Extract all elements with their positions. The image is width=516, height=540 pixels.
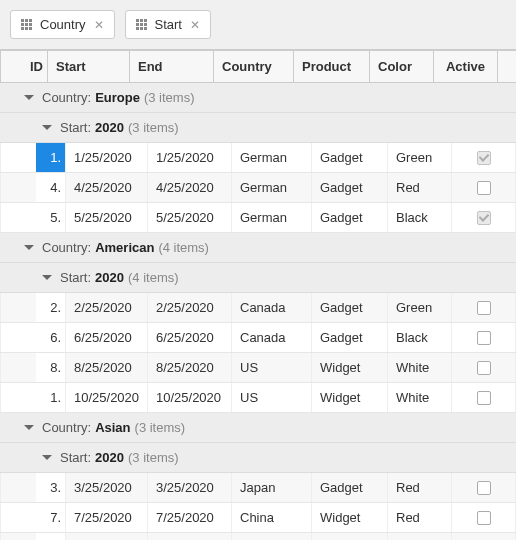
group-count: (3 items) [144,90,195,105]
table-row[interactable]: 9.9/25/20209/25/2020KoreaGadgetBlack [0,533,516,540]
cell-id: 1. [36,383,66,412]
header-country[interactable]: Country [214,51,294,82]
cell-country: German [232,143,312,172]
cell-product: Widget [312,383,388,412]
group-chip-start[interactable]: Start ✕ [125,10,211,39]
cell-active [452,203,516,232]
group-chip-label: Start [155,17,182,32]
chevron-down-icon[interactable] [42,125,52,130]
header-product[interactable]: Product [294,51,370,82]
chevron-down-icon[interactable] [24,425,34,430]
header-id[interactable]: ID [18,51,48,82]
table-row[interactable]: 6.6/25/20206/25/2020CanadaGadgetBlack [0,323,516,353]
header-row: ID Start End Country Product Color Activ… [0,50,516,83]
cell-start: 9/25/2020 [66,533,148,540]
grip-icon [136,19,147,30]
cell-country: Japan [232,473,312,502]
cell-color: Red [388,503,452,532]
group-label: Country: [42,90,91,105]
group-row-start[interactable]: Start:2020(3 items) [0,443,516,473]
chevron-down-icon[interactable] [42,275,52,280]
cell-color: Black [388,203,452,232]
cell-product: Gadget [312,143,388,172]
group-value: 2020 [95,450,124,465]
active-checkbox[interactable] [477,211,491,225]
data-grid: ID Start End Country Product Color Activ… [0,50,516,540]
row-indent [18,503,36,532]
cell-color: Green [388,293,452,322]
row-indent [18,143,36,172]
cell-country: Canada [232,293,312,322]
group-value: Europe [95,90,140,105]
row-indent [0,503,18,532]
active-checkbox[interactable] [477,391,491,405]
cell-country: German [232,173,312,202]
header-end[interactable]: End [130,51,214,82]
cell-country: German [232,203,312,232]
chevron-down-icon[interactable] [24,95,34,100]
cell-start: 8/25/2020 [66,353,148,382]
cell-start: 10/25/2020 [66,383,148,412]
cell-country: Canada [232,323,312,352]
cell-end: 8/25/2020 [148,353,232,382]
group-label: Start: [60,270,91,285]
table-row[interactable]: 1.10/25/202010/25/2020USWidgetWhite [0,383,516,413]
table-row[interactable]: 3.3/25/20203/25/2020JapanGadgetRed [0,473,516,503]
cell-start: 4/25/2020 [66,173,148,202]
group-chip-country[interactable]: Country ✕ [10,10,115,39]
close-icon[interactable]: ✕ [94,19,104,31]
row-indent [0,143,18,172]
close-icon[interactable]: ✕ [190,19,200,31]
cell-end: 1/25/2020 [148,143,232,172]
cell-end: 2/25/2020 [148,293,232,322]
chevron-down-icon[interactable] [42,455,52,460]
table-row[interactable]: 5.5/25/20205/25/2020GermanGadgetBlack [0,203,516,233]
cell-id: 1. [36,143,66,172]
active-checkbox[interactable] [477,331,491,345]
chevron-down-icon[interactable] [24,245,34,250]
group-label: Start: [60,450,91,465]
cell-id: 2. [36,293,66,322]
table-row[interactable]: 8.8/25/20208/25/2020USWidgetWhite [0,353,516,383]
cell-country: US [232,383,312,412]
row-indent [18,323,36,352]
group-count: (4 items) [128,270,179,285]
table-row[interactable]: 7.7/25/20207/25/2020ChinaWidgetRed [0,503,516,533]
group-value: American [95,240,154,255]
row-indent [18,173,36,202]
row-indent [0,323,18,352]
active-checkbox[interactable] [477,481,491,495]
active-checkbox[interactable] [477,511,491,525]
cell-country: Korea [232,533,312,540]
table-row[interactable]: 2.2/25/20202/25/2020CanadaGadgetGreen [0,293,516,323]
group-row-country[interactable]: Country:Europe(3 items) [0,83,516,113]
group-row-country[interactable]: Country:American(4 items) [0,233,516,263]
header-color[interactable]: Color [370,51,434,82]
active-checkbox[interactable] [477,301,491,315]
active-checkbox[interactable] [477,361,491,375]
header-active[interactable]: Active [434,51,498,82]
cell-active [452,323,516,352]
cell-start: 7/25/2020 [66,503,148,532]
cell-start: 3/25/2020 [66,473,148,502]
table-row[interactable]: 1.1/25/20201/25/2020GermanGadgetGreen [0,143,516,173]
header-start[interactable]: Start [48,51,130,82]
group-row-start[interactable]: Start:2020(4 items) [0,263,516,293]
cell-start: 5/25/2020 [66,203,148,232]
cell-end: 10/25/2020 [148,383,232,412]
cell-active [452,293,516,322]
cell-active [452,503,516,532]
active-checkbox[interactable] [477,181,491,195]
cell-color: Red [388,173,452,202]
group-row-start[interactable]: Start:2020(3 items) [0,113,516,143]
cell-start: 2/25/2020 [66,293,148,322]
row-indent [18,293,36,322]
cell-id: 5. [36,203,66,232]
row-indent [0,383,18,412]
group-row-country[interactable]: Country:Asian(3 items) [0,413,516,443]
table-row[interactable]: 4.4/25/20204/25/2020GermanGadgetRed [0,173,516,203]
active-checkbox[interactable] [477,151,491,165]
row-indent [18,473,36,502]
cell-id: 7. [36,503,66,532]
row-indent [0,203,18,232]
